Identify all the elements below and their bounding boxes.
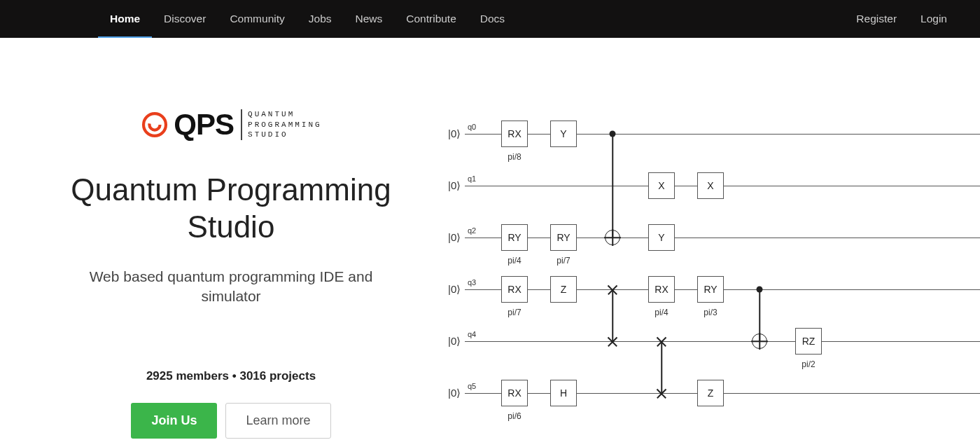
gate-y[interactable]: Y	[550, 121, 577, 147]
wire-q2: |0⟩q2RYpi/4RYpi/7Y	[448, 212, 938, 263]
wire-name: q5	[468, 382, 476, 390]
gate-h[interactable]: H	[550, 380, 577, 406]
gate-z[interactable]: Z	[697, 380, 724, 406]
wire-name: q3	[468, 278, 476, 287]
gate-y[interactable]: Y	[648, 224, 675, 251]
wire-name: q1	[468, 174, 476, 183]
wire-name: q2	[468, 226, 476, 235]
swap-line	[612, 289, 613, 341]
swap-line	[661, 341, 662, 393]
cnot-line	[759, 289, 760, 341]
gate-z[interactable]: Z	[550, 276, 577, 303]
logo-tagline: QUANTUM PROGRAMMING STUDIO	[241, 109, 322, 141]
nav-item-contribute[interactable]: Contribute	[394, 1, 468, 37]
nav-item-discover[interactable]: Discover	[152, 1, 218, 37]
stats-line: 2925 members • 3016 projects	[42, 369, 420, 383]
nav-left: HomeDiscoverCommunityJobsNewsContributeD…	[98, 1, 517, 37]
ket-label: |0⟩	[448, 335, 461, 348]
gate-ry[interactable]: RY	[501, 224, 528, 251]
nav-item-login[interactable]: Login	[909, 1, 959, 37]
wire-line	[465, 238, 980, 238]
logo-tag-1: QUANTUM	[248, 109, 322, 120]
cnot-line	[612, 134, 613, 238]
join-us-button[interactable]: Join Us	[131, 403, 217, 439]
gate-rx[interactable]: RX	[501, 276, 528, 303]
nav-item-docs[interactable]: Docs	[468, 1, 517, 37]
quantum-circuit: |0⟩q0RXpi/8Y|0⟩q1XX|0⟩q2RYpi/4RYpi/7Y|0⟩…	[448, 108, 938, 439]
ket-label: |0⟩	[448, 283, 461, 296]
nav-item-jobs[interactable]: Jobs	[297, 1, 344, 37]
gate-param: pi/6	[507, 411, 521, 421]
learn-more-button[interactable]: Learn more	[225, 403, 330, 439]
svg-point-1	[150, 119, 160, 130]
nav-item-register[interactable]: Register	[844, 1, 909, 37]
hero-subtitle: Web based quantum programming IDE and si…	[42, 267, 420, 307]
gate-x[interactable]: X	[648, 172, 675, 199]
nav-right: RegisterLogin	[844, 1, 959, 37]
gate-rx[interactable]: RX	[501, 380, 528, 406]
nav-item-community[interactable]: Community	[218, 1, 296, 37]
logo-tag-2: PROGRAMMING	[248, 120, 322, 130]
gate-ry[interactable]: RY	[697, 276, 724, 303]
wire-name: q0	[468, 123, 476, 131]
wire-line	[465, 341, 980, 342]
wire-q3: |0⟩q3RXpi/7ZRXpi/4RYpi/3	[448, 263, 938, 315]
wire-q1: |0⟩q1XX	[448, 160, 938, 212]
gate-rx[interactable]: RX	[501, 121, 528, 147]
ket-label: |0⟩	[448, 179, 461, 192]
gate-rz[interactable]: RZ	[795, 328, 822, 355]
qps-swirl-icon	[140, 110, 169, 139]
wire-q5: |0⟩q5RXpi/6HZ	[448, 367, 938, 419]
wire-q4: |0⟩q4RZpi/2	[448, 315, 938, 367]
ket-label: |0⟩	[448, 128, 461, 140]
navbar: HomeDiscoverCommunityJobsNewsContributeD…	[0, 0, 980, 38]
nav-item-home[interactable]: Home	[98, 1, 152, 37]
logo-tag-3: STUDIO	[248, 130, 322, 140]
ket-label: |0⟩	[448, 387, 461, 399]
wire-line	[465, 134, 980, 135]
gate-ry[interactable]: RY	[550, 224, 577, 251]
wire-name: q4	[468, 330, 476, 338]
logo-abbr: QPS	[174, 108, 234, 142]
hero-title: Quantum Programming Studio	[42, 172, 420, 246]
ket-label: |0⟩	[448, 231, 461, 244]
nav-item-news[interactable]: News	[344, 1, 395, 37]
svg-point-0	[144, 114, 166, 136]
gate-rx[interactable]: RX	[648, 276, 675, 303]
gate-x[interactable]: X	[697, 172, 724, 199]
wire-q0: |0⟩q0RXpi/8Y	[448, 108, 938, 160]
logo: QPS QUANTUM PROGRAMMING STUDIO	[140, 108, 321, 142]
